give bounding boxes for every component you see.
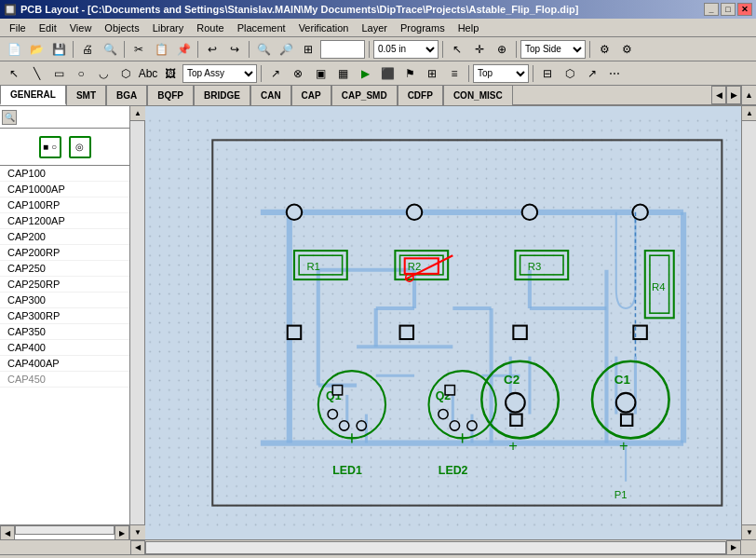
- redo-button[interactable]: ↪: [224, 39, 245, 60]
- pointer-button[interactable]: ↖: [447, 39, 467, 60]
- list-item[interactable]: CAP300: [0, 293, 129, 308]
- list-item[interactable]: CAP300RP: [0, 308, 129, 324]
- vscroll-down[interactable]: ▼: [130, 524, 145, 539]
- 3d-btn[interactable]: ⬡: [560, 63, 580, 84]
- circle-tool[interactable]: ○: [71, 63, 91, 84]
- route-tool[interactable]: ↗: [265, 63, 286, 84]
- zoom-input[interactable]: 390%: [320, 40, 365, 59]
- tab-smt[interactable]: SMT: [66, 85, 106, 105]
- paste-button[interactable]: 📌: [173, 39, 194, 60]
- save-button[interactable]: 💾: [48, 39, 69, 60]
- image-tool[interactable]: 🖼: [160, 63, 181, 84]
- menu-edit[interactable]: Edit: [34, 20, 62, 35]
- poly-tool[interactable]: ⬡: [115, 63, 136, 84]
- rect-tool[interactable]: ▭: [48, 63, 69, 84]
- arc-tool[interactable]: ◡: [93, 63, 114, 84]
- tab-scrollbar-right[interactable]: ▲: [741, 86, 756, 104]
- tab-next[interactable]: ▶: [726, 86, 741, 104]
- scroll-track[interactable]: [15, 525, 115, 535]
- menu-route[interactable]: Route: [191, 20, 229, 35]
- tab-con-misc[interactable]: CON_MISC: [443, 85, 513, 105]
- text-tool[interactable]: Abc: [138, 63, 158, 84]
- list-item[interactable]: CAP250: [0, 261, 129, 277]
- close-button[interactable]: ✕: [737, 3, 752, 16]
- list-item[interactable]: CAP100: [0, 166, 129, 182]
- drc-button[interactable]: ⚙: [594, 39, 614, 60]
- print-preview-button[interactable]: 🔍: [100, 39, 120, 60]
- list-item[interactable]: CAP250RP: [0, 277, 129, 293]
- list-item[interactable]: CAP200: [0, 229, 129, 245]
- list-item[interactable]: CAP1000AP: [0, 182, 129, 197]
- hscroll-track[interactable]: [145, 541, 726, 554]
- hscroll-right[interactable]: ▶: [726, 540, 741, 555]
- tab-bqfp[interactable]: BQFP: [147, 85, 194, 105]
- tab-bga[interactable]: BGA: [106, 85, 147, 105]
- menu-layer[interactable]: Layer: [356, 20, 393, 35]
- scroll-right[interactable]: ▶: [115, 525, 129, 539]
- more-btn[interactable]: ⋯: [604, 63, 625, 84]
- menu-programs[interactable]: Programs: [395, 20, 451, 35]
- side-select[interactable]: Top Side Bottom Side: [520, 40, 586, 59]
- hscroll-left[interactable]: ◀: [130, 540, 145, 555]
- canvas-vscroll[interactable]: ▲ ▼: [741, 106, 756, 539]
- select-tool[interactable]: ↖: [4, 63, 24, 84]
- list-item[interactable]: CAP100RP: [0, 197, 129, 213]
- print-button[interactable]: 🖨: [77, 39, 98, 60]
- drc2-btn[interactable]: ⚑: [399, 63, 420, 84]
- canvas-vscroll-track[interactable]: [742, 121, 756, 524]
- cut-button[interactable]: ✂: [128, 39, 149, 60]
- pour-btn[interactable]: ▦: [332, 63, 353, 84]
- pcb-canvas-area[interactable]: R1 R2 R3 R4 Q1: [145, 106, 741, 539]
- comp-icon-via[interactable]: ◎: [69, 136, 91, 158]
- tab-general[interactable]: GENERAL: [0, 85, 66, 105]
- new-button[interactable]: 📄: [4, 39, 24, 60]
- netlist-btn[interactable]: ≡: [444, 63, 465, 84]
- run-btn[interactable]: ▶: [355, 63, 375, 84]
- tab-prev[interactable]: ◀: [711, 86, 726, 104]
- vscroll-up[interactable]: ▲: [130, 106, 145, 121]
- fill-btn[interactable]: ▣: [310, 63, 331, 84]
- view-select[interactable]: Top Assy Bottom Assy: [182, 64, 257, 83]
- zoom-out-button[interactable]: 🔍: [253, 39, 274, 60]
- cross-button[interactable]: ✛: [469, 39, 490, 60]
- canvas-vscroll-up[interactable]: ▲: [742, 106, 756, 121]
- auto-route-btn[interactable]: ⊗: [288, 63, 308, 84]
- tab-cap-smd[interactable]: CAP_SMD: [331, 85, 398, 105]
- menu-file[interactable]: File: [4, 20, 32, 35]
- menu-help[interactable]: Help: [452, 20, 485, 35]
- list-item[interactable]: CAP400AP: [0, 356, 129, 372]
- minimize-button[interactable]: _: [704, 3, 719, 16]
- comp-icon-pad[interactable]: ■ ○: [39, 136, 61, 158]
- zoom-fit-button[interactable]: ⊞: [298, 39, 318, 60]
- tab-bridge[interactable]: BRIDGE: [194, 85, 250, 105]
- connect-button[interactable]: ⊕: [492, 39, 512, 60]
- copy-button[interactable]: 📋: [151, 39, 171, 60]
- layer-select[interactable]: Top Bottom Inner1: [473, 64, 529, 83]
- list-item[interactable]: CAP450: [0, 372, 129, 388]
- search-icon[interactable]: 🔍: [2, 110, 17, 125]
- menu-objects[interactable]: Objects: [99, 20, 144, 35]
- open-button[interactable]: 📂: [26, 39, 47, 60]
- settings-button[interactable]: ⚙: [616, 39, 637, 60]
- layer-mgr-btn[interactable]: ⊟: [537, 63, 558, 84]
- menu-library[interactable]: Library: [147, 20, 190, 35]
- tab-can[interactable]: CAN: [250, 85, 291, 105]
- window-controls[interactable]: _ □ ✕: [704, 3, 752, 16]
- list-item[interactable]: CAP1200AP: [0, 213, 129, 229]
- left-panel-vscroll[interactable]: ▲ ▼: [130, 106, 145, 539]
- undo-button[interactable]: ↩: [202, 39, 223, 60]
- list-item[interactable]: CAP350: [0, 324, 129, 340]
- tab-cdfp[interactable]: CDFP: [398, 85, 443, 105]
- menu-verification[interactable]: Verification: [293, 20, 355, 35]
- menu-view[interactable]: View: [64, 20, 98, 35]
- vscroll-track[interactable]: [130, 121, 144, 524]
- ratsnest-btn[interactable]: ⊞: [422, 63, 442, 84]
- list-item[interactable]: CAP400: [0, 340, 129, 356]
- export-btn[interactable]: ↗: [582, 63, 602, 84]
- tab-cap[interactable]: CAP: [291, 85, 331, 105]
- menu-placement[interactable]: Placement: [232, 20, 291, 35]
- canvas-vscroll-down[interactable]: ▼: [742, 524, 756, 539]
- zoom-in-button[interactable]: 🔎: [276, 39, 296, 60]
- scroll-left[interactable]: ◀: [0, 525, 15, 539]
- stop-btn[interactable]: ⬛: [377, 63, 398, 84]
